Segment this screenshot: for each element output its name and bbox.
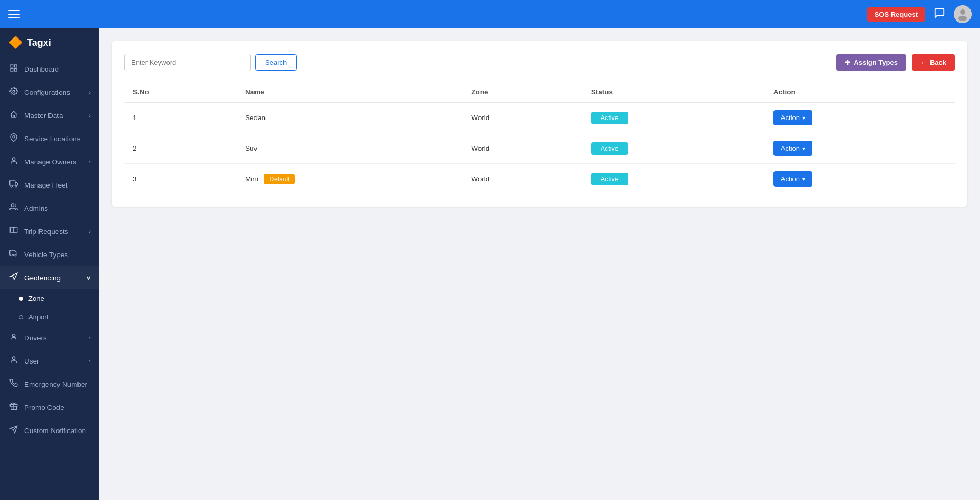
dashboard-icon [8,64,19,74]
col-action: Action [765,82,955,103]
table-row: 3 Mini Default World Active Action ▾ [124,164,955,194]
chevron-right-icon-6: › [89,358,91,364]
sidebar-item-dashboard[interactable]: Dashboard [0,57,99,81]
table-row: 1 Sedan World Active Action ▾ [124,103,955,133]
svg-point-13 [11,204,14,207]
cell-zone: World [463,103,582,133]
notification-icon [8,425,19,436]
cell-sno: 2 [124,133,237,164]
content-card: Search ✚ Assign Types ← Back S.No Name Z… [112,41,967,207]
configurations-icon [8,87,19,97]
search-input[interactable] [124,54,251,71]
vehicle-types-table: S.No Name Zone Status Action 1 Sedan Wor… [124,82,955,194]
cell-status: Active [583,133,765,164]
fleet-icon [8,180,19,190]
chevron-down-icon: ∨ [86,274,91,281]
svg-point-14 [12,254,14,256]
svg-point-8 [13,136,15,138]
plus-icon: ✚ [845,58,850,66]
sidebar-label-service-locations: Service Locations [24,135,91,143]
back-button[interactable]: ← Back [912,54,955,71]
sidebar-label-geofencing: Geofencing [24,274,81,282]
cell-name: Mini Default [237,164,463,194]
action-button[interactable]: Action ▾ [773,171,812,187]
avatar[interactable] [954,5,972,23]
action-button[interactable]: Action ▾ [773,110,812,125]
sidebar-label-zone: Zone [28,295,44,302]
sidebar-label-master-data: Master Data [24,112,83,120]
sidebar-label-manage-owners: Manage Owners [24,158,83,166]
sidebar-sub-item-zone[interactable]: Zone [0,289,99,308]
cell-zone: World [463,164,582,194]
assign-types-button[interactable]: ✚ Assign Types [836,54,906,71]
chevron-right-icon: › [89,89,91,95]
svg-point-9 [12,158,15,160]
col-name: Name [237,82,463,103]
sidebar-item-configurations[interactable]: Configurations › [0,81,99,104]
sidebar-item-master-data[interactable]: Master Data › [0,104,99,127]
sidebar-label-promo: Promo Code [24,404,91,411]
dropdown-arrow-icon: ▾ [802,115,805,121]
main-content: Search ✚ Assign Types ← Back S.No Name Z… [99,28,980,500]
hamburger-icon[interactable] [8,10,20,18]
chat-icon[interactable] [934,7,945,22]
status-badge[interactable]: Active [591,173,628,185]
sidebar-item-manage-fleet[interactable]: Manage Fleet [0,173,99,197]
location-icon [8,133,19,144]
table-header-row: S.No Name Zone Status Action [124,82,955,103]
svg-point-17 [12,334,15,337]
svg-marker-16 [11,273,17,280]
sidebar-logo: 🔶 Tagxi [0,28,99,57]
sidebar-label-airport: Airport [28,313,48,321]
chevron-right-icon-2: › [89,112,91,119]
default-badge: Default [264,174,295,184]
sidebar-label-trip-requests: Trip Requests [24,228,83,236]
search-button[interactable]: Search [255,54,297,71]
cell-status: Active [583,164,765,194]
sidebar-label-admins: Admins [24,204,91,212]
logo-icon: 🔶 [8,36,23,50]
sidebar-item-promo-code[interactable]: Promo Code [0,396,99,419]
sidebar-item-trip-requests[interactable]: Trip Requests › [0,220,99,243]
sidebar-item-custom-notification[interactable]: Custom Notification [0,419,99,442]
svg-rect-5 [14,68,17,71]
dropdown-arrow-icon: ▾ [802,145,805,151]
trip-icon [8,226,19,237]
svg-point-18 [12,357,15,359]
geofencing-icon [8,272,19,283]
back-arrow-icon: ← [920,58,927,66]
promo-icon [8,402,19,413]
action-button[interactable]: Action ▾ [773,141,812,156]
cell-action: Action ▾ [765,164,955,194]
sidebar-item-user[interactable]: User › [0,349,99,372]
sidebar: 🔶 Tagxi Dashboard Configurations › Maste… [0,28,99,500]
svg-point-15 [15,254,16,256]
sidebar-label-dashboard: Dashboard [24,65,91,73]
chevron-right-icon-3: › [89,159,91,165]
cell-zone: World [463,133,582,164]
sidebar-item-geofencing[interactable]: Geofencing ∨ [0,266,99,289]
col-sno: S.No [124,82,237,103]
topbar: SOS Request [0,0,980,28]
table-row: 2 Suv World Active Action ▾ [124,133,955,164]
sidebar-sub-item-airport[interactable]: Airport [0,308,99,326]
sidebar-label-custom-notification: Custom Notification [24,427,91,435]
sidebar-item-service-locations[interactable]: Service Locations [0,127,99,150]
svg-rect-6 [11,68,13,71]
sidebar-label-vehicle-types: Vehicle Types [24,251,91,259]
sidebar-item-drivers[interactable]: Drivers › [0,326,99,349]
owners-icon [8,156,19,167]
cell-sno: 3 [124,164,237,194]
svg-point-1 [960,9,965,15]
status-badge[interactable]: Active [591,112,628,124]
sidebar-item-admins[interactable]: Admins [0,197,99,220]
sos-request-button[interactable]: SOS Request [867,7,925,22]
drivers-icon [8,332,19,343]
sidebar-item-vehicle-types[interactable]: Vehicle Types [0,243,99,266]
col-zone: Zone [463,82,582,103]
status-badge[interactable]: Active [591,142,628,155]
dropdown-arrow-icon: ▾ [802,176,805,182]
sidebar-item-emergency-number[interactable]: Emergency Number [0,372,99,396]
svg-rect-4 [14,65,17,67]
sidebar-item-manage-owners[interactable]: Manage Owners › [0,150,99,173]
